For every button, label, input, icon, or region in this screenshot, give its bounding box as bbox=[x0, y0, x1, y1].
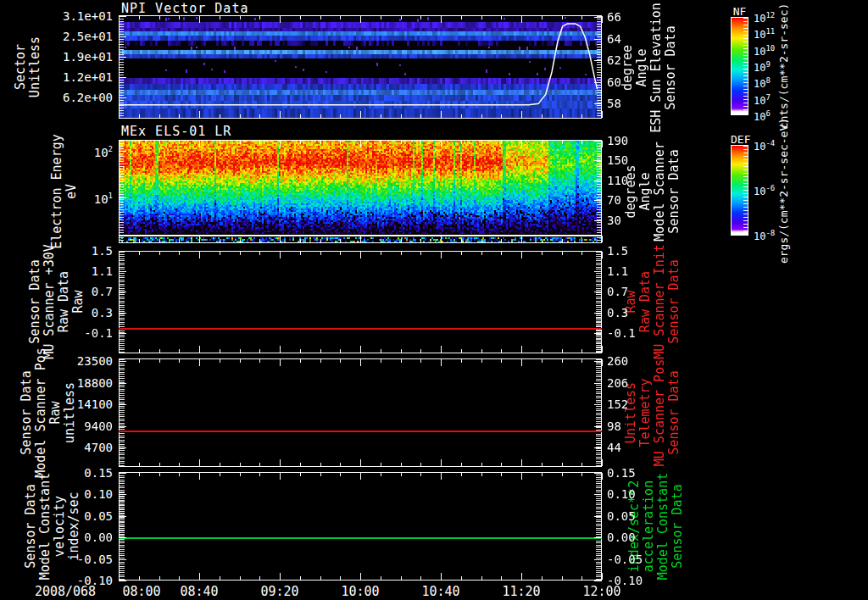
x-tick bbox=[240, 239, 241, 242]
x-tick bbox=[320, 141, 321, 144]
x-tick bbox=[381, 252, 381, 255]
x-tick bbox=[441, 346, 442, 353]
x-tick bbox=[602, 473, 603, 480]
x-tick bbox=[461, 473, 462, 476]
y-tick-label: 0.10 bbox=[607, 488, 636, 500]
x-tick bbox=[139, 463, 140, 466]
x-tick bbox=[179, 473, 180, 476]
y-major-tick bbox=[594, 516, 602, 517]
x-tick bbox=[220, 114, 220, 118]
x-tick bbox=[602, 459, 603, 466]
x-tick bbox=[360, 252, 361, 258]
x-tick bbox=[259, 359, 260, 363]
els-spectrogram-canvas bbox=[120, 141, 601, 242]
x-tick bbox=[240, 349, 241, 353]
x-tick bbox=[581, 114, 582, 118]
x-tick bbox=[139, 576, 140, 580]
y-tick-label: 0.10 bbox=[24, 488, 113, 500]
y-tick-label: 14100 bbox=[24, 398, 113, 410]
x-tick bbox=[360, 111, 361, 118]
x-tick bbox=[441, 236, 442, 242]
x-tick bbox=[199, 252, 200, 258]
y-major-tick bbox=[594, 103, 602, 104]
colorbar-tick-label: 1011 bbox=[754, 26, 775, 40]
x-tick bbox=[461, 349, 462, 353]
x-tick bbox=[602, 573, 603, 580]
x-tick bbox=[441, 359, 442, 366]
panel2-right-minor-ticks bbox=[597, 141, 601, 242]
y-major-tick bbox=[594, 292, 602, 292]
x-tick bbox=[481, 141, 482, 144]
x-tick bbox=[220, 576, 220, 580]
x-tick bbox=[300, 16, 301, 19]
x-tick bbox=[240, 252, 241, 255]
x-tick bbox=[280, 346, 281, 353]
x-tick bbox=[300, 141, 301, 144]
x-tick bbox=[602, 359, 603, 366]
colorbar-tick-label: 108 bbox=[754, 75, 771, 89]
y-tick-label: 0.7 bbox=[24, 286, 113, 297]
x-tick bbox=[381, 114, 381, 118]
y-major-tick bbox=[594, 537, 602, 538]
x-tick bbox=[461, 463, 462, 466]
x-tick bbox=[562, 576, 563, 580]
x-tick bbox=[179, 463, 180, 466]
x-tick bbox=[280, 573, 281, 580]
y-tick-label: 1.5 bbox=[24, 245, 113, 257]
x-tick bbox=[240, 359, 241, 363]
x-tick bbox=[300, 114, 301, 118]
y-tick-label: 0.00 bbox=[24, 531, 113, 543]
x-tick bbox=[420, 463, 421, 466]
x-tick bbox=[320, 359, 321, 363]
x-tick bbox=[420, 252, 421, 255]
y-tick-label: 152 bbox=[607, 398, 628, 410]
x-tick bbox=[340, 239, 341, 242]
x-tick bbox=[381, 349, 381, 353]
plot-page: NPI Vector Data MEx ELS-01 LR Sector Uni… bbox=[0, 0, 868, 600]
panel4-model-scanner-pos bbox=[119, 358, 602, 467]
y-major-tick bbox=[119, 16, 126, 17]
x-tick bbox=[119, 16, 120, 23]
x-tick bbox=[159, 16, 160, 19]
y-tick-label: 64 bbox=[607, 33, 621, 45]
y-tick-label: 60 bbox=[607, 76, 621, 88]
x-tick bbox=[179, 349, 180, 353]
x-tick bbox=[581, 359, 582, 363]
x-tick bbox=[159, 141, 160, 144]
y-major-tick bbox=[119, 559, 126, 560]
x-tick bbox=[280, 359, 281, 366]
panel1-left-minor-ticks bbox=[120, 16, 124, 118]
y-tick-label: 58 bbox=[607, 97, 621, 109]
x-tick bbox=[542, 141, 542, 144]
x-tick bbox=[501, 473, 502, 476]
x-tick bbox=[501, 16, 502, 19]
x-tick bbox=[360, 141, 361, 147]
y-tick-label: 1.2e+01 bbox=[24, 71, 113, 83]
x-tick bbox=[441, 16, 442, 23]
x-tick bbox=[119, 473, 120, 480]
y-major-tick bbox=[594, 559, 602, 560]
y-tick-label: 30 bbox=[607, 214, 621, 226]
x-tick bbox=[542, 239, 542, 242]
x-tick bbox=[259, 114, 260, 118]
x-tick bbox=[441, 459, 442, 466]
y-major-tick bbox=[594, 361, 602, 362]
x-tick-label: 09:20 bbox=[260, 584, 298, 599]
x-tick bbox=[360, 459, 361, 466]
x-tick bbox=[481, 349, 482, 353]
x-tick bbox=[179, 239, 180, 242]
x-tick bbox=[581, 141, 582, 144]
x-tick bbox=[481, 16, 482, 19]
x-tick bbox=[199, 573, 200, 580]
mu-scanner-30v-line bbox=[119, 328, 602, 330]
x-tick bbox=[280, 236, 281, 242]
x-tick bbox=[461, 359, 462, 363]
x-tick bbox=[220, 239, 220, 242]
x-tick bbox=[521, 359, 522, 366]
x-tick bbox=[119, 252, 120, 258]
y-major-tick bbox=[119, 383, 126, 384]
x-tick bbox=[320, 114, 321, 118]
panel3-right-minor-ticks bbox=[596, 252, 601, 353]
panel4-right-axis-label: Unitless Telemetry MU Scanner Pos Sensor… bbox=[624, 359, 682, 466]
x-tick bbox=[381, 576, 381, 580]
